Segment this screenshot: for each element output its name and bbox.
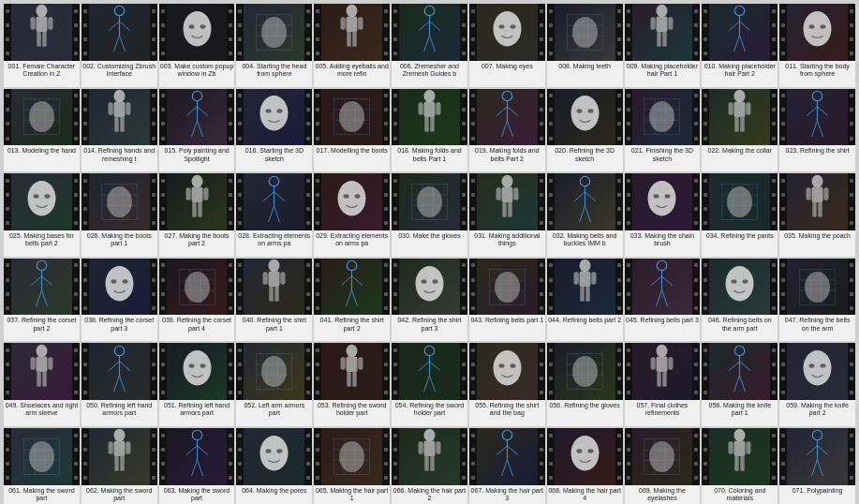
video-label: 062. Making the sword part [81,485,157,504]
video-item[interactable]: 068. Making the hair part 4 [547,428,623,504]
video-label: 025. Making bases for belts part 2 [4,230,80,257]
video-item[interactable]: 062. Making the sword part [81,428,157,504]
video-item[interactable]: 007. Making eyes [469,4,545,87]
svg-rect-22 [347,17,358,33]
video-item[interactable]: 023. Refining the shirt [779,89,855,172]
svg-line-71 [186,107,197,116]
video-item[interactable]: 037. Refining the corset part 2 [4,259,80,342]
thumbnail-image [11,259,72,316]
video-item[interactable]: 047. Refining the belts on the arm [779,259,855,342]
video-label: 035. Making the poach [779,230,855,257]
video-thumbnail [469,259,545,316]
video-thumbnail [779,343,855,400]
video-item[interactable]: 022. Making the collar [702,89,778,172]
svg-rect-191 [263,272,268,285]
video-item[interactable]: 063. Making the sword part [159,428,235,504]
svg-point-105 [734,90,746,103]
thumbnail-image [709,173,770,230]
film-holes-left [159,428,167,485]
video-item[interactable]: 064. Making the pores [236,428,312,504]
video-item[interactable]: 058. Making the knife part 1 [702,343,778,426]
svg-line-344 [807,446,817,455]
video-item[interactable]: 049. Shoelaces and right arm sleeve [4,343,80,426]
video-item[interactable]: 057. Final clothes refinements [625,343,701,426]
video-item[interactable]: 010. Making placeholder hair Part 2 [702,4,778,87]
video-label: 007. Making eyes [469,61,545,87]
video-item[interactable]: 046. Refining belts on the arm part [702,259,778,342]
video-item[interactable]: 067. Making the hair part 3 [469,428,545,504]
video-item[interactable]: 015. Poly painting and Spotlight [159,89,235,172]
video-item[interactable]: 055. Refining the shirt and the bag [469,343,545,426]
svg-point-14 [200,24,205,29]
video-label: 042. Refining the shirt part 3 [392,315,467,341]
video-item[interactable]: 066. Making the hair part 2 [392,428,467,504]
video-item[interactable]: 026. Making the boots part 1 [81,173,157,257]
video-item[interactable]: 014. Refining hands and remeshing t [81,89,157,172]
video-item[interactable]: 009. Making placeholder hair Part 1 [625,4,701,87]
video-thumbnail [625,89,701,146]
video-item[interactable]: 070. Coloring and materials [702,428,778,504]
video-item[interactable]: 011. Starting the body from sphere [779,4,855,87]
video-item[interactable]: 038. Refining the corset part 3 [81,259,157,342]
film-holes-right [770,4,778,61]
video-item[interactable]: 028. Extracting elements on arms pa [236,173,312,257]
video-item[interactable]: 071. Polypainting [779,428,855,504]
video-item[interactable]: 029. Extracting elements on arms pa [314,173,390,257]
svg-rect-2 [30,18,35,31]
svg-rect-86 [418,102,422,115]
video-item[interactable]: 059. Making the knife part 2 [779,343,855,426]
video-item[interactable]: 033. Making the chain brush [625,173,701,257]
video-item[interactable]: 003. Make custom popup window in Zb [159,4,235,87]
film-holes-right [150,173,157,230]
video-thumbnail [547,4,623,61]
video-item[interactable]: 034. Refining the pants [702,173,778,257]
video-item[interactable]: 017. Modelling the boots [314,89,390,172]
video-item[interactable]: 032. Making belts and buckles IMM b [547,173,623,257]
video-item[interactable]: 030. Make the gloves [392,173,467,257]
video-item[interactable]: 031. Making additional things [469,173,545,257]
video-item[interactable]: 016. Starting the 3D sketch [236,89,312,172]
video-item[interactable]: 013. Modeling the hand [4,89,80,172]
video-item[interactable]: 005. Adding eyeballs and more refin [314,4,390,87]
film-holes-left [625,173,632,230]
video-item[interactable]: 054. Refining the sword holder part [392,343,467,426]
video-item[interactable]: 039. Refining the corset part 4 [159,259,235,342]
video-item[interactable]: 025. Making bases for belts part 2 [4,173,80,257]
video-item[interactable]: 002. Customizing Zbrush Interface [81,4,157,87]
video-item[interactable]: 041. Refining the shirt part 2 [314,259,390,342]
video-item[interactable]: 044. Refining belts part 2 [547,259,623,342]
video-item[interactable]: 045. Refining belts part 3 [625,259,701,342]
video-item[interactable]: 043. Refining belts part 1 [469,259,545,342]
video-item[interactable]: 020. Refining the 3D sketch [547,89,623,172]
video-item[interactable]: 051. Refining left hand armors part [159,343,235,426]
film-holes-right [538,259,545,316]
svg-rect-65 [108,102,112,115]
thumbnail-image [555,259,615,316]
svg-rect-338 [729,442,733,455]
video-item[interactable]: 040. Refining the shirt part 1 [236,259,312,342]
svg-line-200 [352,290,358,306]
film-holes-right [460,259,467,316]
video-item[interactable]: 006. Zremesher and Zremesh Guides b [392,4,467,87]
video-item[interactable]: 061. Making the sword part [4,428,80,504]
video-item[interactable]: 052. Left arm armors part [236,343,312,426]
video-item[interactable]: 004. Starting the head from sphere [236,4,312,87]
video-item[interactable]: 050. Refining left hand armors part [81,343,157,426]
video-item[interactable]: 001. Female Character Creation in Z [4,4,80,87]
video-item[interactable]: 053. Refining the sword holder part [314,343,390,426]
video-item[interactable]: 008. Making teeth [547,4,623,87]
video-item[interactable]: 019. Making folds and belts Part 2 [469,89,545,172]
video-item[interactable]: 018. Making folds and belts Part 1 [392,89,467,172]
video-item[interactable]: 065. Making the hair part 1 [314,428,390,504]
video-item[interactable]: 056. Refining the gloves [547,343,623,426]
video-item[interactable]: 021. Finishing the 3D sketch [625,89,701,172]
video-item[interactable]: 042. Refining the shirt part 3 [392,259,467,342]
svg-line-176 [31,276,41,286]
svg-line-242 [119,375,125,391]
video-label: 029. Extracting elements on arms pa [314,230,390,257]
thumbnail-image [244,343,304,400]
video-item[interactable]: 035. Making the poach [779,173,855,257]
film-holes-right [692,428,700,485]
video-item[interactable]: 027. Making the boots part 2 [159,173,235,257]
video-item[interactable]: 069. Making the eyelashes [625,428,701,504]
